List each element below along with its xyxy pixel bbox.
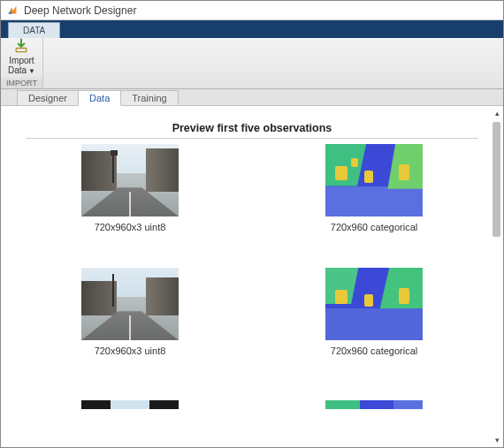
svg-rect-0 (17, 49, 27, 52)
import-icon (12, 37, 30, 55)
observation-cell: 720x960 categorical (279, 268, 470, 356)
observation-cell: 720x960x3 uint8 (34, 144, 225, 232)
observation-cell: 720x960x3 uint8 (34, 268, 225, 356)
matlab-icon (6, 4, 19, 17)
preview-heading: Preview first five observations (26, 122, 478, 139)
ribbon-group-import: Import Data▼ IMPORT (1, 38, 43, 88)
input-image-thumbnail (81, 144, 179, 216)
import-button-label: Import Data▼ (8, 56, 35, 76)
ribbon-body: Import Data▼ IMPORT (1, 38, 503, 89)
thumbnail-caption: 720x960x3 uint8 (95, 345, 166, 356)
scroll-down-arrow-icon[interactable]: ▾ (495, 436, 500, 444)
observation-cell (279, 391, 470, 409)
input-image-thumbnail (81, 268, 179, 340)
input-image-thumbnail (81, 400, 179, 409)
thumbnail-caption: 720x960x3 uint8 (95, 222, 166, 232)
tab-designer[interactable]: Designer (17, 90, 79, 105)
label-image-thumbnail (325, 144, 423, 216)
preview-grid: 720x960x3 uint8 720x960 categorical 720x… (26, 144, 478, 409)
sub-tab-row: Designer Data Training (1, 89, 503, 106)
ribbon-tab-row: DATA (1, 20, 503, 38)
import-data-button[interactable]: Import Data▼ (8, 34, 35, 76)
label-image-thumbnail (325, 400, 423, 409)
scrollbar-thumb[interactable] (493, 122, 500, 237)
label-image-thumbnail (325, 268, 423, 340)
dropdown-arrow-icon: ▼ (28, 67, 35, 75)
content-area: Preview first five observations 720x960x… (1, 106, 503, 447)
window-title: Deep Network Designer (24, 4, 136, 17)
thumbnail-caption: 720x960 categorical (331, 345, 417, 356)
observation-cell: 720x960 categorical (279, 144, 470, 232)
scroll-up-arrow-icon[interactable]: ▴ (495, 109, 500, 118)
tab-data[interactable]: Data (78, 90, 121, 106)
thumbnail-caption: 720x960 categorical (331, 222, 417, 232)
observation-cell (34, 391, 225, 409)
tab-training[interactable]: Training (120, 90, 178, 105)
titlebar: Deep Network Designer (1, 1, 503, 20)
ribbon-group-label: IMPORT (1, 78, 42, 88)
